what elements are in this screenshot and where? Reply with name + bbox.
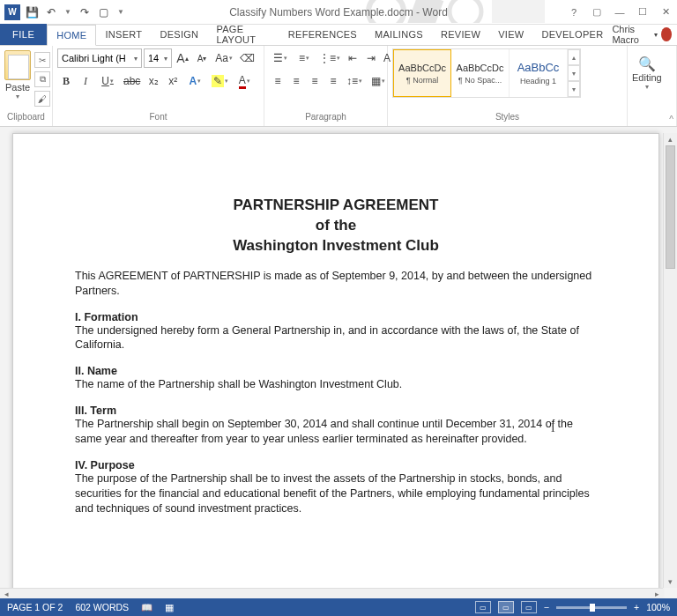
multilevel-button[interactable]: ⋮≡▾	[316, 48, 343, 68]
undo-button[interactable]: ↶	[42, 4, 60, 21]
print-layout-button[interactable]: ▭	[498, 601, 514, 613]
help-button[interactable]: ?	[562, 2, 585, 23]
tab-mailings[interactable]: MAILINGS	[366, 24, 432, 45]
style-scroll-down[interactable]: ▾	[568, 65, 580, 81]
superscript-button[interactable]: x²	[164, 71, 182, 91]
maximize-button[interactable]: ☐	[631, 2, 654, 23]
style-no-spacing[interactable]: AaBbCcDc ¶ No Spac...	[451, 49, 510, 97]
style-gallery: AaBbCcDc ¶ Normal AaBbCcDc ¶ No Spac... …	[392, 48, 581, 98]
scroll-down-button[interactable]: ▾	[664, 575, 677, 588]
underline-button[interactable]: U▾	[96, 71, 119, 91]
style-normal[interactable]: AaBbCcDc ¶ Normal	[393, 49, 451, 97]
web-layout-button[interactable]: ▭	[521, 601, 537, 613]
justify-button[interactable]: ≡	[324, 71, 342, 91]
zoom-in-button[interactable]: +	[634, 602, 639, 612]
style-name: Heading 1	[520, 77, 556, 85]
clear-formatting-button[interactable]: ⌫	[237, 48, 257, 68]
group-styles: AaBbCcDc ¶ Normal AaBbCcDc ¶ No Spac... …	[388, 46, 628, 126]
highlight-button[interactable]: ✎▾	[208, 71, 231, 91]
style-gallery-scroll: ▴ ▾ ▾	[568, 49, 580, 97]
numbering-button[interactable]: ≡▾	[293, 48, 316, 68]
align-center-button[interactable]: ≡	[287, 71, 305, 91]
new-doc-button[interactable]: ▢	[95, 4, 113, 21]
font-size-combo[interactable]: 14▾	[144, 48, 172, 68]
tab-page-layout[interactable]: PAGE LAYOUT	[207, 24, 279, 45]
increase-indent-button[interactable]: ⇥	[362, 48, 380, 68]
tab-view[interactable]: VIEW	[489, 24, 532, 45]
page-indicator[interactable]: PAGE 1 OF 2	[7, 602, 63, 612]
save-button[interactable]: 💾	[23, 4, 41, 21]
close-button[interactable]: ✕	[654, 2, 677, 23]
paste-dropdown-icon: ▾	[16, 93, 19, 100]
macro-button[interactable]: ▦	[165, 602, 174, 612]
svg-point-0	[368, 0, 404, 23]
italic-button[interactable]: I	[77, 71, 94, 91]
strikethrough-button[interactable]: abc	[121, 71, 143, 91]
bold-button[interactable]: B	[57, 71, 75, 91]
window-controls: ? ▢ — ☐ ✕	[562, 2, 677, 23]
zoom-level[interactable]: 100%	[646, 602, 670, 612]
tab-references[interactable]: REFERENCES	[279, 24, 366, 45]
style-name: ¶ Normal	[406, 76, 438, 85]
read-mode-button[interactable]: ▭	[475, 601, 491, 613]
vertical-scrollbar[interactable]: ▴ ▾	[663, 133, 677, 588]
redo-button[interactable]: ↷	[76, 4, 93, 21]
quick-access-toolbar: 💾 ↶ ▼ ↷ ▢ ▼	[23, 4, 127, 21]
bullets-button[interactable]: ☰▾	[269, 48, 292, 68]
minimize-button[interactable]: —	[608, 2, 631, 23]
zoom-knob[interactable]	[590, 604, 595, 612]
align-right-button[interactable]: ≡	[306, 71, 324, 91]
style-gallery-more[interactable]: ▾	[568, 81, 580, 97]
qat-customize-icon[interactable]: ▼	[117, 8, 124, 16]
grow-font-button[interactable]: A▴	[174, 48, 191, 68]
ribbon-display-button[interactable]: ▢	[585, 2, 608, 23]
copy-button[interactable]: ⧉	[34, 71, 50, 87]
editing-button[interactable]: 🔍 Editing ▾	[632, 56, 662, 91]
font-size-value: 14	[148, 53, 159, 63]
doc-heading-term: III. Term	[75, 404, 597, 417]
collapse-ribbon-button[interactable]: ^	[669, 115, 673, 124]
shading-button[interactable]: ▦▾	[367, 71, 390, 91]
cut-button[interactable]: ✂	[34, 52, 50, 68]
decrease-indent-button[interactable]: ⇤	[344, 48, 361, 68]
tab-home[interactable]: HOME	[47, 25, 96, 46]
paste-button[interactable]: Paste ▾	[4, 48, 31, 100]
word-count[interactable]: 602 WORDS	[75, 602, 129, 612]
doc-title-line2: of the	[75, 216, 597, 236]
shrink-font-button[interactable]: A▾	[193, 48, 211, 68]
proofing-button[interactable]: 📖	[141, 602, 153, 613]
svg-rect-1	[406, 0, 443, 23]
style-heading1[interactable]: AaBbCc Heading 1	[510, 49, 568, 97]
subscript-button[interactable]: x₂	[145, 71, 162, 91]
undo-dropdown-icon[interactable]: ▼	[64, 8, 71, 16]
change-case-button[interactable]: Aa▾	[212, 48, 235, 68]
title-decor	[360, 0, 554, 23]
scroll-left-button[interactable]: ◂	[0, 589, 12, 598]
scroll-thumb[interactable]	[666, 145, 675, 269]
tab-insert[interactable]: INSERT	[96, 24, 151, 45]
format-painter-button[interactable]: 🖌	[34, 91, 50, 107]
user-name[interactable]: Chris Macro ▾	[612, 24, 677, 45]
align-left-button[interactable]: ≡	[269, 71, 286, 91]
zoom-out-button[interactable]: −	[544, 602, 549, 612]
page[interactable]: PARTNERSHIP AGREEMENT of the Washington …	[12, 133, 659, 598]
horizontal-scrollbar[interactable]: ◂ ▸	[0, 588, 663, 598]
scroll-up-button[interactable]: ▴	[664, 133, 677, 145]
scroll-right-button[interactable]: ▸	[651, 589, 663, 598]
font-name-combo[interactable]: Calibri Light (H▾	[57, 48, 142, 68]
tab-developer[interactable]: DEVELOPER	[532, 24, 612, 45]
tab-design[interactable]: DESIGN	[151, 24, 207, 45]
tab-review[interactable]: REVIEW	[432, 24, 489, 45]
page-content: PARTNERSHIP AGREEMENT of the Washington …	[13, 134, 658, 534]
title-bar: W 💾 ↶ ▼ ↷ ▢ ▼ Classify Numbers Word Exam…	[0, 0, 677, 25]
text-effects-button[interactable]: A▾	[183, 71, 206, 91]
style-scroll-up[interactable]: ▴	[568, 49, 580, 65]
editing-group-label	[632, 112, 672, 126]
file-tab[interactable]: FILE	[0, 24, 47, 45]
clipboard-group-label: Clipboard	[4, 112, 48, 126]
line-spacing-button[interactable]: ↕≡▾	[343, 71, 366, 91]
font-color-button[interactable]: A▾	[233, 71, 256, 91]
svg-point-2	[450, 0, 481, 23]
doc-paragraph: The name of the Partnership shall be Was…	[75, 377, 597, 392]
zoom-slider[interactable]	[556, 606, 627, 609]
